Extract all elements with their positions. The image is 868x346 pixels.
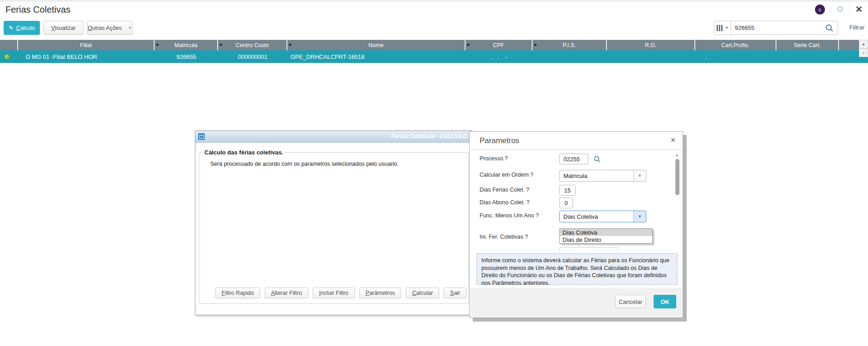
grid-header-spacer [839,40,859,50]
chevron-down-icon[interactable]: ▼ [633,170,646,181]
outras-acoes-button[interactable]: Outras Ações ▼ [87,21,132,35]
grid-header-matricula[interactable]: ▶Matricula [155,40,218,50]
chevron-down-icon[interactable]: ▼ [633,211,646,222]
scroll-up-icon[interactable]: ▲ [859,40,868,48]
param-help-text: Informe como o sistema deverá calcular a… [476,253,678,285]
sair-button[interactable]: Sair [444,288,466,298]
dias-ferias-input[interactable] [559,185,576,196]
lookup-icon[interactable] [593,155,601,163]
column-arrow-icon[interactable]: ▶ [467,43,470,47]
params-dialog: Parametros × Processo ? Calcular em Orde… [469,131,683,318]
scroll-up-icon[interactable]: ▲ [859,48,868,57]
dropdown-option[interactable]: Dias Coletiva [560,229,652,236]
ordem-value: Matricula [560,173,633,179]
chevron-down-icon: ▼ [725,26,729,30]
calc-dialog-title: Ferias Coletivas - CALCULO [391,133,467,139]
pencil-icon: ✎ [9,24,14,31]
assistant-icon[interactable]: c [815,5,825,14]
table-row[interactable]: D MG 01 -Filial BELO HOR 926655 00000000… [0,50,868,63]
alterar-filtro-button[interactable]: Alterar Filtro [265,288,308,298]
chevron-down-icon: ▼ [128,26,132,30]
scroll-up-icon[interactable]: ▲ [675,153,679,157]
scrollbar-thumb[interactable] [675,159,679,195]
grid-header-indicator[interactable] [0,40,18,50]
calc-fieldset-legend: Cálculo das férias coletivas. [203,149,285,156]
cell-cpf[interactable]: . . - [466,50,533,63]
status-icon [4,54,10,60]
calculo-button[interactable]: ✎ Calculo [4,21,40,35]
calcular-button[interactable]: Calcular [406,288,439,298]
close-icon[interactable]: ✕ [855,5,863,14]
processo-input[interactable] [559,154,588,164]
calc-fieldset: Cálculo das férias coletivas. [199,149,469,304]
func-menos-label: Func. Menos Um Ano ? [480,212,539,219]
search-box [731,21,838,35]
calc-button-row: Filtro Rapido Alterar Filtro Incluir Fil… [215,288,466,298]
grid-header-pis[interactable]: ▶P.I.S. [533,40,607,50]
app-window: Ferias Coletivas c ⚙ ✕ ✎ Calculo Visuali… [0,0,868,346]
cell-nome[interactable]: GPE_DRHCALCPRT-16518 [287,50,466,63]
divider [830,5,831,14]
search-input[interactable] [731,24,825,31]
params-dialog-title: Parametros [480,136,519,145]
cell-centro-custo[interactable]: 000000001 [218,50,287,63]
column-selector-button[interactable]: ▼ [714,21,731,35]
ordem-select[interactable]: Matricula ▼ [559,170,646,182]
filtro-rapido-button[interactable]: Filtro Rapido [215,288,260,298]
func-menos-select[interactable]: Dias Coletiva ▼ [559,211,646,222]
ordem-label: Calcular em Ordem ? [480,172,533,178]
calc-body-text: Será processado de acordo com os paramet… [210,161,399,167]
close-icon[interactable]: × [670,135,675,145]
parametros-button[interactable]: Parâmetros [359,288,402,298]
grid-scrollbar[interactable]: ▲ ▲ [859,40,868,57]
calc-dialog: Ferias Coletivas - CALCULO Cálculo das f… [195,130,472,315]
calculo-label: Calculo [16,25,35,31]
func-menos-value: Dias Coletiva [560,213,633,220]
window-controls: c ⚙ ✕ [815,5,863,14]
visualizar-label: Visualizar [51,25,76,31]
toolbar: ✎ Calculo Visualizar Outras Ações ▼ [4,21,132,35]
grid-header-nome[interactable]: ▶Nome [287,40,466,50]
search-icon[interactable] [825,24,834,33]
cancel-button[interactable]: Cancelar [615,295,646,308]
column-arrow-icon[interactable]: ▶ [289,43,292,47]
columns-icon [717,25,718,31]
outras-acoes-label: Outras Ações [88,25,122,31]
window-icon [198,133,205,140]
func-menos-dropdown-list: Dias Coletiva Dias de Direito [559,228,653,244]
grid-header-cart-profis[interactable]: Cart.Profis. [695,40,776,50]
cell-rg[interactable] [607,50,695,63]
column-arrow-icon[interactable]: ▶ [534,43,537,47]
dias-abono-label: Dias Abono Colet. ? [480,199,530,206]
filtrar-link[interactable]: Filtrar [849,24,864,31]
dropdown-option[interactable]: Dias de Direito [560,236,652,243]
grid-header-row: Filial ▶Matricula ▶Centro Custo ▶Nome ▶C… [0,40,868,50]
grid-header-serie-cart[interactable]: Serie Cart. [776,40,839,50]
records-grid: Filial ▶Matricula ▶Centro Custo ▶Nome ▶C… [0,40,868,63]
params-dialog-footer: Cancelar OK [470,288,682,317]
grid-header-cpf[interactable]: ▶CPF [466,40,533,50]
cell-pis[interactable] [533,50,607,63]
processo-label: Processo ? [480,155,508,162]
incluir-filtro-button[interactable]: Incluir Filtro [313,288,355,298]
grid-header-centro-custo[interactable]: ▶Centro Custo [218,40,287,50]
grid-header-filial[interactable]: Filial [18,40,155,50]
cell-matricula[interactable]: 926655 [155,50,218,63]
grid-header-rg[interactable]: R.G. [607,40,695,50]
gear-icon[interactable]: ⚙ [836,5,844,14]
cell-serie-cart[interactable] [776,50,839,63]
divider [849,5,850,14]
dias-ferias-label: Dias Ferias Colet. ? [480,187,529,193]
visualizar-button[interactable]: Visualizar [44,21,83,35]
clipped-next-field [559,247,618,251]
dias-abono-input[interactable] [559,197,573,208]
top-strip [0,0,868,2]
ini-fer-label: Ini. Fer. Coletivas ? [480,234,528,240]
cell-cart-profis[interactable]: . [695,50,776,63]
column-arrow-icon[interactable]: ▶ [220,43,223,47]
ok-button[interactable]: OK [654,295,676,308]
page-title: Ferias Coletivas [5,5,70,15]
params-scrollbar[interactable]: ▲ ▼ [675,153,680,249]
column-arrow-icon[interactable]: ▶ [156,43,159,47]
cell-filial[interactable]: D MG 01 -Filial BELO HOR [18,50,155,63]
